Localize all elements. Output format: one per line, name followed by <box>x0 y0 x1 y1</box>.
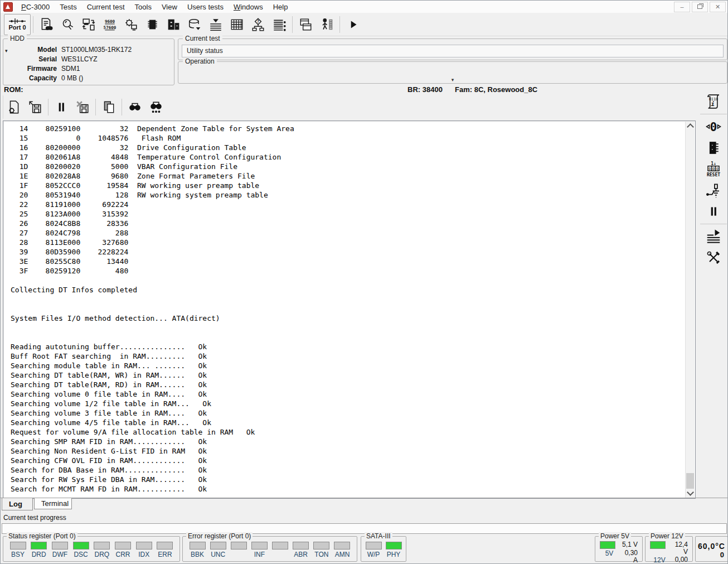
pause-log-button[interactable] <box>51 97 72 117</box>
new-report-icon <box>7 100 21 114</box>
minimize-icon[interactable]: – <box>674 2 690 12</box>
flowchart-button[interactable]: ? <box>247 15 269 35</box>
pause-side-button[interactable] <box>701 201 726 222</box>
table-icon <box>230 17 244 32</box>
chip-icon <box>145 17 159 32</box>
operation-dropdown-icon[interactable]: ▾ <box>452 77 454 83</box>
data-exchange-button[interactable] <box>78 15 99 35</box>
menu-tools[interactable]: Tools <box>130 2 157 12</box>
power-5v-led <box>600 541 615 549</box>
scroll-up-icon[interactable] <box>686 122 695 130</box>
power-5v-label: 5V <box>600 549 619 564</box>
progress-label: Current test progress <box>3 514 66 522</box>
cascade-windows-button[interactable] <box>295 15 316 35</box>
separator <box>700 224 727 224</box>
tools-icon <box>706 250 721 266</box>
hdd-model-value: ST1000LM035-1RK172 <box>61 45 132 55</box>
led-indicator <box>366 542 382 549</box>
pause-icon <box>706 204 721 219</box>
table-button[interactable] <box>226 15 247 35</box>
svg-text:i: i <box>711 100 715 108</box>
settings-button[interactable] <box>120 15 142 35</box>
menu-view[interactable]: View <box>157 2 182 12</box>
bulb-icon <box>60 17 75 32</box>
hdd-dropdown-icon[interactable]: ▾ <box>5 48 8 54</box>
resources-button[interactable] <box>163 15 184 35</box>
menu-current-test[interactable]: Current test <box>82 2 130 12</box>
led-dsc: DSC <box>72 542 90 558</box>
hdd-firmware-value: SDM1 <box>61 64 80 74</box>
sata-legend: SATA-III <box>365 532 392 540</box>
error-register-panel: Error register (Port 0) BBK UNC INF ABR … <box>182 536 357 562</box>
main-toolbar: Port 0 960057600 ? <box>1 13 728 36</box>
led-crr: CRR <box>114 542 132 558</box>
rom-row: ROM: BR: 38400 Fam: 8C, Rosewood_8C <box>1 84 728 94</box>
drive-0-button[interactable]: 0 <box>701 116 726 137</box>
menu-help[interactable]: Help <box>268 2 293 12</box>
led-ton: TON <box>313 542 331 558</box>
led-indicator <box>136 542 152 549</box>
drive-0-icon: 0 <box>705 118 722 135</box>
find-button[interactable] <box>124 97 145 117</box>
tab-log[interactable]: Log <box>2 498 33 510</box>
log-scrollbar <box>685 122 695 498</box>
led-wp: W/P <box>365 542 382 558</box>
current-test-legend: Current test <box>183 35 222 42</box>
baud-rate-icon: 960057600 <box>103 17 117 32</box>
sata-panel: SATA-III W/P PHY <box>361 536 406 562</box>
port-0-button[interactable]: Port 0 <box>4 14 31 35</box>
scrollbar-thumb[interactable] <box>686 473 694 489</box>
bulb-button[interactable] <box>57 15 78 35</box>
status-register-legend: Status register (Port 0) <box>7 532 77 540</box>
settings-icon <box>124 17 138 32</box>
led-inf: INF <box>250 542 268 558</box>
led-indicator <box>293 542 309 549</box>
sort-button[interactable] <box>205 15 226 35</box>
load-save-button[interactable] <box>25 97 46 117</box>
exit-button[interactable] <box>316 15 337 35</box>
menu-users-tests[interactable]: Users tests <box>182 2 229 12</box>
flowchart-icon: ? <box>251 17 265 32</box>
led-indicator <box>52 542 68 549</box>
svg-text:9600: 9600 <box>105 18 115 23</box>
chip-edge-button[interactable] <box>701 137 726 158</box>
log-view[interactable]: 14 80259100 32 Dependent Zone Table for … <box>3 120 696 499</box>
close-icon[interactable]: ✕ <box>710 2 726 12</box>
hdd-model-row: ModelST1000LM035-1RK172 <box>3 45 174 55</box>
hdd-serial-row: SerialWES1LCYZ <box>3 55 174 64</box>
led-idx: IDX <box>135 542 153 558</box>
tab-terminal[interactable]: Terminal <box>34 498 72 509</box>
baud-rate-button[interactable]: 960057600 <box>99 15 120 35</box>
led-indicator <box>10 542 26 549</box>
led-blank <box>271 542 289 558</box>
temperature-panel: 60,0°C 0 <box>695 536 728 562</box>
find-next-button[interactable] <box>145 97 167 117</box>
tools-button[interactable] <box>701 247 726 268</box>
run-button[interactable] <box>342 15 363 35</box>
led-indicator <box>94 542 110 549</box>
log-info-button[interactable]: 0110i <box>701 91 726 112</box>
operation-panel: Operation ▾ <box>178 61 727 84</box>
scroll-down-icon[interactable] <box>686 489 695 498</box>
filter-run-button[interactable]: ▾ <box>701 226 726 247</box>
cancel-save-button[interactable] <box>72 97 93 117</box>
find-icon <box>128 100 142 114</box>
menu-tests[interactable]: Tests <box>55 2 81 12</box>
menu-pc3000[interactable]: PC-3000 <box>16 2 55 12</box>
reset-button[interactable]: 1↓000RESET <box>701 158 726 180</box>
led-indicator <box>73 542 89 549</box>
probe-button[interactable] <box>701 180 726 201</box>
menu-windows[interactable]: Windows <box>229 2 268 12</box>
led-indicator <box>251 542 268 549</box>
power-5v-volts: 5,1 V <box>619 541 638 549</box>
script-icon <box>272 17 287 32</box>
copy-button[interactable] <box>98 97 119 117</box>
chip-button[interactable] <box>142 15 163 35</box>
database-button[interactable] <box>184 15 205 35</box>
script-button[interactable] <box>269 15 290 35</box>
status-register-panel: Status register (Port 0) BSY DRD DWF DSC… <box>3 536 180 562</box>
new-report-button[interactable] <box>3 97 25 117</box>
led-indicator <box>115 542 131 549</box>
report-button[interactable] <box>36 15 57 35</box>
restore-icon[interactable] <box>692 2 708 12</box>
